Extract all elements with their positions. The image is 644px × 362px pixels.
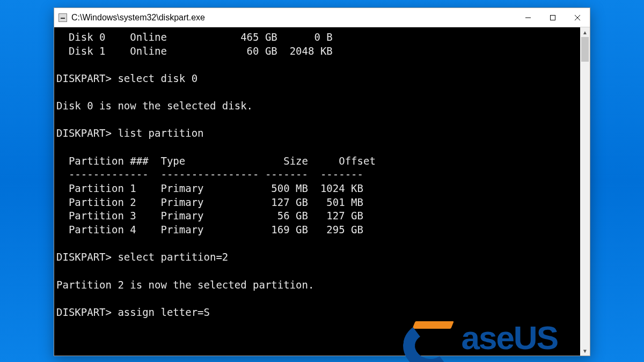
scrollbar[interactable]: ▲ ▼ bbox=[580, 27, 590, 356]
scroll-thumb[interactable] bbox=[581, 37, 589, 62]
titlebar-left: C:\Windows\system32\diskpart.exe bbox=[58, 13, 205, 23]
scroll-down-button[interactable]: ▼ bbox=[580, 346, 590, 356]
maximize-button[interactable] bbox=[540, 8, 565, 27]
close-icon bbox=[574, 14, 581, 21]
svg-rect-1 bbox=[551, 15, 555, 20]
diskpart-window: C:\Windows\system32\diskpart.exe Disk 0 … bbox=[54, 8, 590, 356]
maximize-icon bbox=[550, 14, 556, 21]
minimize-icon bbox=[525, 14, 531, 21]
terminal-output[interactable]: Disk 0 Online 465 GB 0 B Disk 1 Online 6… bbox=[54, 27, 580, 356]
close-button[interactable] bbox=[565, 8, 590, 27]
console-area: Disk 0 Online 465 GB 0 B Disk 1 Online 6… bbox=[54, 27, 590, 356]
window-title: C:\Windows\system32\diskpart.exe bbox=[71, 13, 205, 23]
minimize-button[interactable] bbox=[516, 8, 540, 27]
window-controls bbox=[516, 8, 590, 27]
app-icon bbox=[58, 13, 67, 22]
scroll-up-button[interactable]: ▲ bbox=[580, 27, 590, 37]
titlebar[interactable]: C:\Windows\system32\diskpart.exe bbox=[54, 8, 590, 27]
